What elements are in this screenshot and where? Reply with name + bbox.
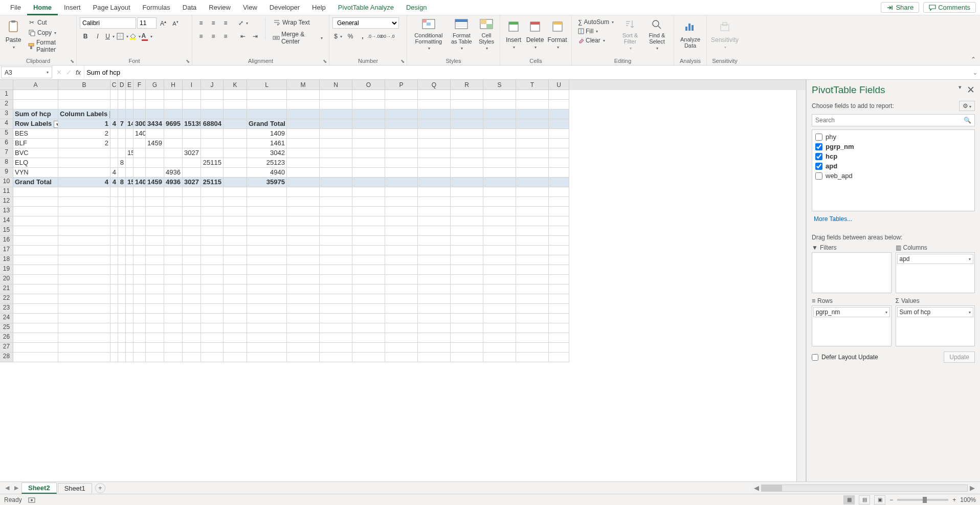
cell[interactable]	[164, 294, 183, 304]
cell[interactable]	[483, 236, 516, 246]
cell[interactable]	[183, 284, 201, 294]
cell[interactable]	[183, 129, 201, 139]
column-header[interactable]: U	[549, 80, 569, 90]
cell[interactable]	[13, 284, 58, 294]
cell[interactable]	[287, 294, 320, 304]
cell[interactable]	[110, 90, 118, 100]
cell[interactable]: 2	[58, 139, 110, 148]
cell[interactable]	[164, 158, 183, 168]
cell[interactable]	[146, 275, 164, 284]
cell[interactable]	[549, 255, 569, 265]
cell[interactable]	[183, 255, 201, 265]
sheet-nav-prev[interactable]: ◀	[3, 485, 11, 491]
cell[interactable]	[549, 148, 569, 158]
cell[interactable]: 3000	[133, 119, 146, 129]
cell[interactable]	[385, 100, 418, 109]
bold-button[interactable]: B	[80, 31, 91, 42]
cell[interactable]	[133, 187, 146, 197]
cell[interactable]	[320, 100, 352, 109]
field-checkbox[interactable]	[815, 134, 822, 141]
cell[interactable]	[110, 255, 118, 265]
cell[interactable]: BES	[13, 129, 58, 139]
cell[interactable]	[183, 158, 201, 168]
field-checkbox[interactable]	[815, 153, 822, 160]
cell[interactable]	[183, 246, 201, 255]
cell[interactable]	[385, 187, 418, 197]
cell[interactable]	[201, 236, 224, 246]
menu-tab-view[interactable]: View	[237, 0, 263, 15]
cell[interactable]	[247, 323, 287, 333]
cell[interactable]	[110, 129, 118, 139]
cell[interactable]	[320, 119, 352, 129]
cell[interactable]	[483, 226, 516, 236]
row-header[interactable]: 28	[0, 353, 13, 362]
cell[interactable]	[133, 139, 146, 148]
cell[interactable]	[549, 275, 569, 284]
cell[interactable]	[126, 100, 133, 109]
cell[interactable]	[483, 90, 516, 100]
cell[interactable]	[164, 90, 183, 100]
font-name-select[interactable]	[80, 17, 136, 29]
cell[interactable]	[224, 90, 247, 100]
row-labels-filter[interactable]: ▾	[54, 121, 58, 128]
cell[interactable]	[146, 109, 164, 119]
italic-button[interactable]: I	[92, 31, 103, 42]
column-header[interactable]: A	[13, 80, 58, 90]
cell[interactable]	[451, 168, 483, 178]
cell[interactable]	[133, 148, 146, 158]
cell[interactable]	[385, 139, 418, 148]
merge-center-button[interactable]: Merge & Center ▾	[270, 30, 326, 46]
cell[interactable]	[118, 226, 126, 236]
cell[interactable]	[418, 284, 451, 294]
cell[interactable]	[164, 323, 183, 333]
menu-tab-review[interactable]: Review	[203, 0, 237, 15]
cell[interactable]	[201, 255, 224, 265]
cell[interactable]	[451, 178, 483, 187]
cell[interactable]	[385, 304, 418, 314]
share-button[interactable]: Share	[881, 2, 919, 13]
number-format-select[interactable]: General	[332, 17, 399, 29]
cell[interactable]	[451, 255, 483, 265]
cell[interactable]	[183, 304, 201, 314]
cell[interactable]	[483, 109, 516, 119]
cell[interactable]	[58, 158, 110, 168]
pivot-field-search[interactable]: 🔍	[812, 114, 975, 126]
cell[interactable]	[451, 304, 483, 314]
cell[interactable]	[58, 275, 110, 284]
pivot-layout-options-button[interactable]: ⚙▾	[959, 101, 975, 111]
cell[interactable]	[133, 255, 146, 265]
cell-styles-button[interactable]: Cell Styles▾	[476, 17, 497, 51]
cell[interactable]	[320, 207, 352, 216]
pivot-field-hcp[interactable]: hcp	[813, 151, 973, 161]
cell[interactable]	[164, 284, 183, 294]
cell[interactable]	[224, 284, 247, 294]
cell[interactable]	[483, 323, 516, 333]
cell[interactable]	[126, 129, 133, 139]
sheet-tab-active[interactable]: Sheet2	[21, 482, 57, 494]
menu-tab-pivottable-analyze[interactable]: PivotTable Analyze	[332, 0, 400, 15]
cell[interactable]	[126, 275, 133, 284]
row-header[interactable]: 6	[0, 139, 13, 148]
cell[interactable]	[247, 333, 287, 343]
cell[interactable]	[385, 109, 418, 119]
cell[interactable]	[183, 236, 201, 246]
cell[interactable]	[483, 265, 516, 275]
cell[interactable]	[418, 343, 451, 353]
comma-button[interactable]: ,	[357, 31, 368, 42]
cell[interactable]	[126, 294, 133, 304]
cell[interactable]	[352, 207, 385, 216]
paste-button[interactable]: Paste ▾	[3, 17, 24, 51]
cell[interactable]	[224, 265, 247, 275]
cell[interactable]	[549, 178, 569, 187]
cell[interactable]	[385, 255, 418, 265]
cell[interactable]	[483, 314, 516, 323]
cell[interactable]	[247, 353, 287, 362]
cell[interactable]	[385, 265, 418, 275]
delete-cells-button[interactable]: Delete▾	[525, 17, 545, 51]
cell[interactable]	[224, 333, 247, 343]
cell[interactable]: 15	[126, 178, 133, 187]
cell[interactable]	[183, 90, 201, 100]
cell[interactable]	[146, 333, 164, 343]
cell[interactable]: 1461	[247, 139, 287, 148]
cell[interactable]	[164, 255, 183, 265]
